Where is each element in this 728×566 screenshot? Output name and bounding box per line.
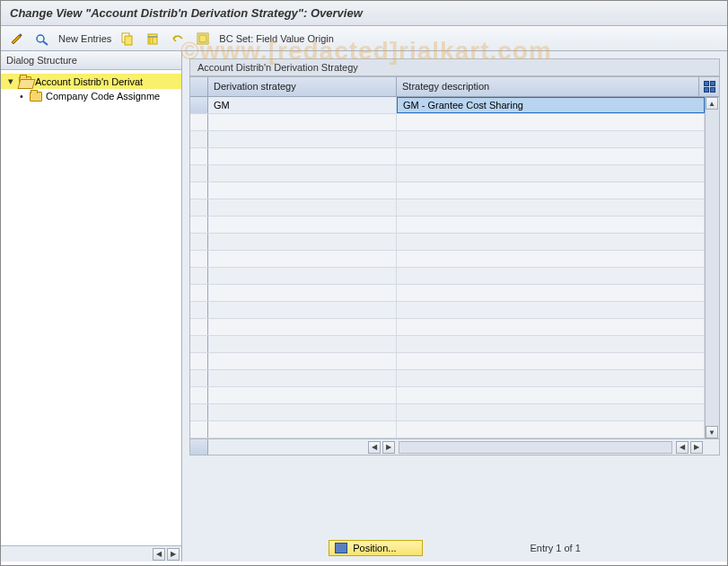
table-row-empty[interactable] — [190, 285, 719, 302]
table-row-empty[interactable] — [190, 251, 719, 268]
row-selector[interactable] — [190, 421, 208, 438]
sidebar-hscroll[interactable]: ◀ ▶ — [1, 545, 181, 562]
col2-scroll-left-icon[interactable]: ◀ — [676, 441, 689, 454]
table-row-empty[interactable] — [190, 353, 719, 370]
cell-description-empty[interactable] — [397, 370, 705, 386]
cell-description-empty[interactable] — [397, 285, 705, 301]
cell-strategy-empty[interactable] — [208, 148, 397, 164]
table-config-button[interactable] — [699, 77, 719, 96]
vertical-scrollbar[interactable]: ▲ ▼ — [705, 97, 719, 438]
toggle-display-change-icon[interactable] — [8, 30, 26, 48]
column-header-strategy[interactable]: Derivation strategy — [208, 77, 397, 96]
cell-strategy[interactable]: GM — [208, 97, 397, 113]
row-selector-header[interactable] — [190, 77, 208, 96]
column-header-description[interactable]: Strategy description — [397, 77, 699, 96]
cell-description-empty[interactable] — [397, 302, 705, 318]
cell-description-empty[interactable] — [397, 217, 705, 233]
cell-description-empty[interactable] — [397, 234, 705, 250]
select-all-icon[interactable] — [194, 30, 212, 48]
cell-strategy-empty[interactable] — [208, 353, 397, 369]
cell-strategy-empty[interactable] — [208, 285, 397, 301]
cell-description-empty[interactable] — [397, 319, 705, 335]
copy-as-icon[interactable] — [118, 30, 136, 48]
row-selector[interactable] — [190, 285, 208, 301]
row-selector[interactable] — [190, 336, 208, 352]
table-row-empty[interactable] — [190, 131, 719, 148]
other-view-icon[interactable] — [33, 30, 51, 48]
cell-description-empty[interactable] — [397, 404, 705, 420]
row-selector[interactable] — [190, 404, 208, 420]
cell-strategy-empty[interactable] — [208, 421, 397, 438]
table-row-empty[interactable] — [190, 302, 719, 319]
row-selector[interactable] — [190, 199, 208, 216]
scrollbar-track[interactable] — [706, 110, 719, 426]
cell-description-empty[interactable] — [397, 131, 705, 147]
row-selector[interactable] — [190, 353, 208, 369]
table-row-empty[interactable] — [190, 199, 719, 217]
cell-description[interactable]: GM - Grantee Cost Sharing — [397, 97, 705, 113]
row-selector[interactable] — [190, 97, 208, 113]
scroll-right-icon[interactable]: ▶ — [167, 548, 180, 561]
delete-icon[interactable] — [144, 30, 162, 48]
scroll-down-icon[interactable]: ▼ — [706, 426, 718, 438]
hscroll-track[interactable] — [399, 441, 672, 454]
row-selector[interactable] — [190, 302, 208, 318]
cell-strategy-empty[interactable] — [208, 234, 397, 250]
scroll-up-icon[interactable]: ▲ — [706, 97, 718, 110]
cell-description-empty[interactable] — [397, 387, 705, 403]
table-row-empty[interactable] — [190, 336, 719, 353]
cell-strategy-empty[interactable] — [208, 217, 397, 233]
tree-item-account-distrib[interactable]: ▾ Account Distrib'n Derivat — [1, 74, 181, 89]
table-row-empty[interactable] — [190, 370, 719, 387]
row-selector[interactable] — [190, 182, 208, 199]
cell-strategy-empty[interactable] — [208, 387, 397, 403]
cell-strategy-empty[interactable] — [208, 131, 397, 147]
table-row-empty[interactable] — [190, 182, 719, 199]
cell-strategy-empty[interactable] — [208, 336, 397, 352]
cell-description-empty[interactable] — [397, 251, 705, 267]
cell-strategy-empty[interactable] — [208, 114, 397, 130]
scroll-left-icon[interactable]: ◀ — [153, 548, 165, 561]
row-selector[interactable] — [190, 165, 208, 181]
table-row[interactable]: GMGM - Grantee Cost Sharing — [190, 97, 719, 114]
row-selector[interactable] — [190, 387, 208, 403]
cell-description-empty[interactable] — [397, 114, 705, 130]
cell-description-empty[interactable] — [397, 199, 705, 216]
row-selector[interactable] — [190, 131, 208, 147]
col2-scroll-right-icon[interactable]: ▶ — [690, 441, 703, 454]
row-selector[interactable] — [190, 370, 208, 386]
cell-description-empty[interactable] — [397, 421, 705, 438]
table-row-empty[interactable] — [190, 319, 719, 336]
cell-description-empty[interactable] — [397, 336, 705, 352]
position-button[interactable]: Position... — [329, 540, 422, 556]
table-row-empty[interactable] — [190, 404, 719, 421]
cell-strategy-empty[interactable] — [208, 302, 397, 318]
row-selector[interactable] — [190, 251, 208, 267]
table-row-empty[interactable] — [190, 421, 719, 438]
new-entries-button[interactable]: New Entries — [58, 33, 111, 44]
row-selector[interactable] — [190, 268, 208, 284]
row-selector[interactable] — [190, 148, 208, 164]
table-row-empty[interactable] — [190, 148, 719, 165]
row-selector[interactable] — [190, 114, 208, 130]
cell-strategy-empty[interactable] — [208, 199, 397, 216]
cell-strategy-empty[interactable] — [208, 268, 397, 284]
table-row-empty[interactable] — [190, 387, 719, 404]
row-selector[interactable] — [190, 217, 208, 233]
cell-strategy-empty[interactable] — [208, 251, 397, 267]
cell-strategy-empty[interactable] — [208, 165, 397, 181]
table-row-empty[interactable] — [190, 165, 719, 182]
col1-scroll-right-icon[interactable]: ▶ — [382, 441, 395, 454]
row-selector[interactable] — [190, 234, 208, 250]
table-row-empty[interactable] — [190, 217, 719, 234]
cell-description-empty[interactable] — [397, 353, 705, 369]
undo-icon[interactable] — [169, 30, 187, 48]
cell-strategy-empty[interactable] — [208, 319, 397, 335]
cell-description-empty[interactable] — [397, 165, 705, 181]
table-row-empty[interactable] — [190, 234, 719, 251]
bc-set-button[interactable]: BC Set: Field Value Origin — [219, 33, 334, 44]
cell-strategy-empty[interactable] — [208, 370, 397, 386]
cell-strategy-empty[interactable] — [208, 182, 397, 199]
cell-description-empty[interactable] — [397, 268, 705, 284]
cell-strategy-empty[interactable] — [208, 404, 397, 420]
